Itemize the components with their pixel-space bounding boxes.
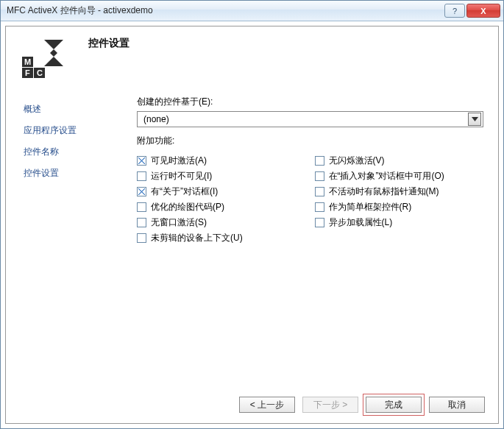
svg-text:C: C xyxy=(37,68,43,77)
chk-windowless-activation[interactable]: 无窗口激活(S) xyxy=(137,216,306,229)
chk-insert-object-dialog[interactable]: 在“插入对象”对话框中可用(O) xyxy=(315,170,484,182)
checkbox-icon xyxy=(137,187,146,196)
checkbox-icon xyxy=(315,156,324,166)
main-panel: 创建的控件基于(E): (none) 附加功能: 可见时激活(A) 运行时不可见… xyxy=(129,93,483,379)
features-col-left: 可见时激活(A) 运行时不可见(I) 有“关于”对话框(I) 优化的绘图代码(P… xyxy=(137,152,306,247)
chk-label: 不活动时有鼠标指针通知(M) xyxy=(329,185,439,198)
body: 概述 应用程序设置 控件名称 控件设置 创建的控件基于(E): (none) 附… xyxy=(6,93,498,379)
svg-text:F: F xyxy=(25,68,30,77)
nav-control-settings[interactable]: 控件设置 xyxy=(21,163,129,184)
checkbox-icon xyxy=(137,202,146,212)
base-class-value: (none) xyxy=(143,114,169,124)
svg-text:M: M xyxy=(24,57,31,66)
chk-invisible-runtime[interactable]: 运行时不可见(I) xyxy=(137,170,306,182)
chk-label: 可见时激活(A) xyxy=(151,155,207,167)
help-button[interactable]: ? xyxy=(444,4,465,18)
base-class-select[interactable]: (none) xyxy=(137,111,483,127)
chevron-down-icon xyxy=(468,113,481,126)
features-col-right: 无闪烁激活(V) 在“插入对象”对话框中可用(O) 不活动时有鼠标指针通知(M)… xyxy=(315,152,484,247)
chk-label: 运行时不可见(I) xyxy=(151,170,212,182)
page-title: 控件设置 xyxy=(88,37,129,50)
back-button[interactable]: < 上一步 xyxy=(239,397,295,413)
checkbox-icon xyxy=(137,233,146,243)
chk-activate-visible[interactable]: 可见时激活(A) xyxy=(137,155,306,167)
checkbox-icon xyxy=(315,202,324,212)
inner-panel: M F C 控件设置 概述 应用程序设置 控件名称 控件设置 xyxy=(5,26,499,424)
checkbox-icon xyxy=(137,156,146,166)
window-frame: MFC ActiveX 控件向导 - activexdemo ? X M F C xyxy=(0,0,504,429)
chk-label: 在“插入对象”对话框中可用(O) xyxy=(329,170,444,182)
finish-button[interactable]: 完成 xyxy=(366,397,422,413)
chk-label: 未剪辑的设备上下文(U) xyxy=(151,232,243,244)
footer: < 上一步 下一步 > 完成 取消 xyxy=(6,386,498,423)
checkbox-icon xyxy=(315,218,324,227)
chk-label: 优化的绘图代码(P) xyxy=(151,201,224,213)
chk-unclipped-dc[interactable]: 未剪辑的设备上下文(U) xyxy=(137,232,306,244)
content-area: M F C 控件设置 概述 应用程序设置 控件名称 控件设置 xyxy=(1,21,503,428)
chk-label: 异步加载属性(L) xyxy=(329,216,393,229)
titlebar: MFC ActiveX 控件向导 - activexdemo ? X xyxy=(1,1,503,21)
mfc-logo: M F C xyxy=(21,37,66,78)
chk-simple-frame[interactable]: 作为简单框架控件(R) xyxy=(315,201,484,213)
chk-async-properties[interactable]: 异步加载属性(L) xyxy=(315,216,484,229)
chk-label: 作为简单框架控件(R) xyxy=(329,201,412,213)
checkbox-icon xyxy=(137,218,146,227)
chk-label: 无窗口激活(S) xyxy=(151,216,207,229)
window-title: MFC ActiveX 控件向导 - activexdemo xyxy=(7,4,443,17)
chk-optimized-drawing[interactable]: 优化的绘图代码(P) xyxy=(137,201,306,213)
header: M F C 控件设置 xyxy=(6,26,498,85)
chk-mouse-notify-inactive[interactable]: 不活动时有鼠标指针通知(M) xyxy=(315,185,484,198)
sidebar: 概述 应用程序设置 控件名称 控件设置 xyxy=(21,93,129,379)
base-class-label: 创建的控件基于(E): xyxy=(137,96,483,108)
close-button[interactable]: X xyxy=(466,4,500,18)
checkbox-icon xyxy=(137,171,146,181)
features-grid: 可见时激活(A) 运行时不可见(I) 有“关于”对话框(I) 优化的绘图代码(P… xyxy=(137,152,483,247)
nav-app-settings[interactable]: 应用程序设置 xyxy=(21,120,129,141)
checkbox-icon xyxy=(315,171,324,181)
cancel-button[interactable]: 取消 xyxy=(429,397,485,413)
checkbox-icon xyxy=(315,187,324,196)
chk-flicker-free[interactable]: 无闪烁激活(V) xyxy=(315,155,484,167)
nav-overview[interactable]: 概述 xyxy=(21,99,129,120)
features-label: 附加功能: xyxy=(137,135,483,147)
chk-label: 有“关于”对话框(I) xyxy=(151,185,218,198)
nav-control-names[interactable]: 控件名称 xyxy=(21,141,129,163)
chk-label: 无闪烁激活(V) xyxy=(329,155,385,167)
next-button: 下一步 > xyxy=(302,397,358,413)
chk-about-dialog[interactable]: 有“关于”对话框(I) xyxy=(137,185,306,198)
